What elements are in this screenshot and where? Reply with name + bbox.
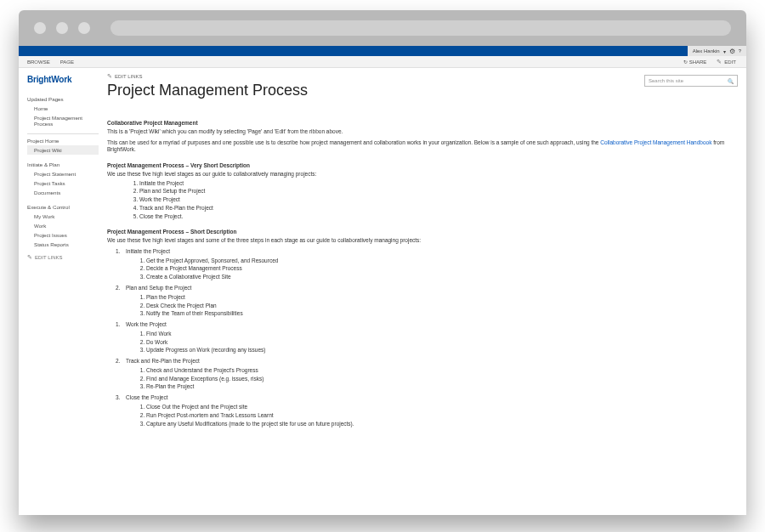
stage-row: 2.Plan and Setup the Project bbox=[116, 285, 738, 292]
stage-step-item: Capture any Useful Modifications (made t… bbox=[146, 421, 738, 428]
tab-page[interactable]: PAGE bbox=[60, 59, 74, 65]
gear-icon[interactable]: ⚙ bbox=[729, 48, 735, 55]
tab-browse[interactable]: BROWSE bbox=[27, 59, 50, 65]
stage-step-item: Decide a Project Management Process bbox=[146, 265, 738, 273]
nav-head-execute[interactable]: Execute & Control bbox=[27, 202, 99, 212]
handbook-link[interactable]: Collaborative Project Management Handboo… bbox=[600, 139, 711, 145]
stage-number: 2. bbox=[116, 358, 126, 365]
stage-step-item: Run Project Post-mortem and Track Lesson… bbox=[146, 412, 738, 420]
stage-label: Close the Project bbox=[126, 394, 168, 402]
very-short-sub: We use these five high level stages as o… bbox=[107, 171, 738, 178]
nav-head-project-home[interactable]: Project Home bbox=[27, 133, 99, 145]
window-dot[interactable] bbox=[34, 22, 46, 34]
stage-label: Plan and Setup the Project bbox=[126, 285, 191, 292]
stage-row: 3.Close the Project bbox=[116, 394, 738, 402]
search-icon: 🔍 bbox=[728, 78, 734, 84]
nav-item-work[interactable]: Work bbox=[27, 221, 99, 230]
stage-step-item: Update Progress on Work (recording any i… bbox=[146, 347, 738, 354]
short-list-item: Track and Re-Plan the Project bbox=[139, 205, 738, 212]
stage-number: 3. bbox=[116, 394, 126, 402]
stage-step-item: Re-Plan the Project bbox=[146, 383, 738, 391]
stage-label: Track and Re-Plan the Project bbox=[126, 358, 200, 365]
intro-p2: This can be used for a myriad of purpose… bbox=[107, 139, 738, 155]
nav-item-status[interactable]: Status Reports bbox=[27, 240, 99, 249]
stage-step-item: Do Work bbox=[146, 339, 738, 347]
main-edit-links-label: EDIT LINKS bbox=[115, 74, 143, 79]
stage-row: 1.Work the Project bbox=[116, 321, 738, 329]
intro-p2a: This can be used for a myriad of purpose… bbox=[107, 139, 600, 145]
browser-chrome bbox=[19, 10, 746, 46]
share-label: SHARE bbox=[689, 59, 707, 65]
short-list-item: Initiate the Project bbox=[139, 180, 738, 188]
stage-label: Initiate the Project bbox=[126, 248, 170, 256]
suite-bar: Alex Hankin ▾ ⚙ ? bbox=[19, 46, 746, 56]
window-controls bbox=[34, 22, 90, 34]
stage-step-item: Find and Manage Exceptions (e.g. issues,… bbox=[146, 376, 738, 383]
stage-label: Work the Project bbox=[126, 321, 167, 329]
stage-step-item: Check and Understand the Project's Progr… bbox=[146, 367, 738, 375]
stage-step-item: Desk Check the Project Plan bbox=[146, 303, 738, 310]
stage-number: 1. bbox=[116, 321, 126, 329]
page-content: BrightWork Updated Pages Home Project Ma… bbox=[19, 68, 746, 515]
stage-number: 2. bbox=[116, 285, 126, 292]
nav-head-updated[interactable]: Updated Pages bbox=[27, 94, 99, 104]
heading-collab: Collaborative Project Management bbox=[107, 120, 738, 127]
stage-step-item: Close Out the Project and the Project si… bbox=[146, 404, 738, 411]
stage-step-item: Create a Collaborative Project Site bbox=[146, 274, 738, 281]
nav-item-wiki[interactable]: Project Wiki bbox=[27, 145, 99, 155]
stage-step-item: Get the Project Approved, Sponsored, and… bbox=[146, 258, 738, 265]
chevron-down-icon: ▾ bbox=[723, 48, 726, 54]
heading-very-short: Project Management Process – Very Short … bbox=[107, 162, 738, 170]
nav-initiate: Initiate & Plan Project Statement Projec… bbox=[27, 160, 99, 197]
nav-head-initiate[interactable]: Initiate & Plan bbox=[27, 160, 99, 169]
main-area: EDIT LINKS Project Management Process Se… bbox=[99, 73, 738, 507]
nav-item-tasks[interactable]: Project Tasks bbox=[27, 178, 99, 188]
main-edit-links[interactable]: EDIT LINKS bbox=[107, 73, 308, 80]
browser-window: Alex Hankin ▾ ⚙ ? BROWSE PAGE ↻ SHARE ED… bbox=[19, 10, 746, 515]
stage-step-item: Plan the Project bbox=[146, 294, 738, 302]
stage-steps: Check and Understand the Project's Progr… bbox=[138, 367, 738, 391]
url-bar[interactable] bbox=[110, 20, 731, 36]
nav-item-home[interactable]: Home bbox=[27, 104, 99, 113]
heading-short: Project Management Process – Short Descr… bbox=[107, 229, 738, 236]
stage-steps: Plan the ProjectDesk Check the Project P… bbox=[138, 294, 738, 318]
stage-steps: Find WorkDo WorkUpdate Progress on Work … bbox=[138, 331, 738, 354]
stage-steps: Get the Project Approved, Sponsored, and… bbox=[138, 258, 738, 281]
search-placeholder: Search this site bbox=[649, 78, 683, 83]
nav-item-docs[interactable]: Documents bbox=[27, 188, 99, 197]
sidebar-edit-links[interactable]: EDIT LINKS bbox=[27, 254, 99, 261]
edit-label: EDIT bbox=[724, 59, 736, 65]
stage-number: 1. bbox=[116, 248, 126, 256]
short-sub: We use these five high level stages and … bbox=[107, 237, 738, 245]
window-dot[interactable] bbox=[78, 22, 90, 34]
ribbon: BROWSE PAGE ↻ SHARE EDIT bbox=[19, 56, 746, 68]
nav-updated-pages: Updated Pages Home Project Management Pr… bbox=[27, 94, 99, 128]
nav-item-pmp[interactable]: Project Management Process bbox=[27, 113, 99, 128]
short-list-item: Plan and Setup the Project bbox=[139, 188, 738, 195]
user-menu[interactable]: Alex Hankin ▾ ⚙ ? bbox=[688, 46, 746, 56]
very-short-list: Initiate the ProjectPlan and Setup the P… bbox=[131, 180, 738, 221]
nav-item-mywork[interactable]: My Work bbox=[27, 212, 99, 221]
window-dot[interactable] bbox=[56, 22, 68, 34]
stage-row: 2.Track and Re-Plan the Project bbox=[116, 358, 738, 365]
nav-item-issues[interactable]: Project Issues bbox=[27, 230, 99, 240]
short-list-item: Close the Project. bbox=[139, 213, 738, 221]
wiki-body: Collaborative Project Management This is… bbox=[107, 120, 738, 427]
nav-item-statement[interactable]: Project Statement bbox=[27, 169, 99, 178]
stages-container: 1.Initiate the ProjectGet the Project Ap… bbox=[107, 248, 738, 427]
stage-steps: Close Out the Project and the Project si… bbox=[138, 404, 738, 427]
help-icon[interactable]: ? bbox=[739, 48, 741, 54]
page-title: Project Management Process bbox=[107, 82, 308, 99]
search-input[interactable]: Search this site 🔍 bbox=[644, 75, 738, 87]
stage-step-item: Find Work bbox=[146, 331, 738, 338]
share-button[interactable]: ↻ SHARE bbox=[683, 59, 706, 65]
site-logo[interactable]: BrightWork bbox=[27, 75, 99, 84]
sidebar: BrightWork Updated Pages Home Project Ma… bbox=[27, 73, 99, 507]
edit-button[interactable]: EDIT bbox=[717, 59, 736, 65]
intro-p1: This is a 'Project Wiki' which you can m… bbox=[107, 128, 738, 136]
stage-row: 1.Initiate the Project bbox=[116, 248, 738, 256]
sidebar-edit-links-label: EDIT LINKS bbox=[35, 255, 63, 260]
nav-project-home: Project Home Project Wiki bbox=[27, 133, 99, 155]
nav-execute: Execute & Control My Work Work Project I… bbox=[27, 202, 99, 249]
stage-step-item: Notify the Team of their Responsibilitie… bbox=[146, 310, 738, 318]
